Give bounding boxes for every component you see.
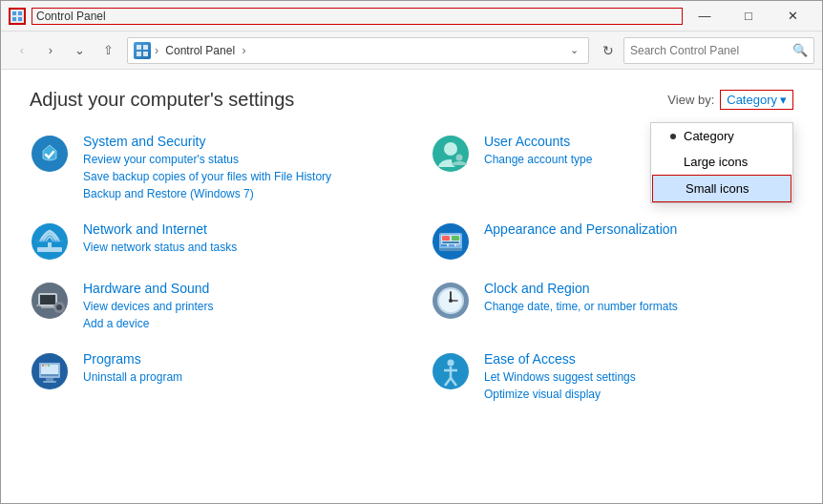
svg-rect-3 bbox=[18, 17, 22, 21]
clock-date-link[interactable]: Change date, time, or number formats bbox=[484, 298, 793, 315]
ease-of-access-icon bbox=[431, 351, 471, 391]
svg-rect-23 bbox=[439, 248, 462, 251]
svg-rect-24 bbox=[442, 236, 450, 241]
svg-rect-1 bbox=[18, 11, 22, 15]
system-review-link[interactable]: Review your computer's status bbox=[83, 151, 392, 168]
list-item: Network and Internet View network status… bbox=[30, 221, 392, 262]
svg-point-48 bbox=[48, 365, 50, 367]
list-item: System and Security Review your computer… bbox=[30, 134, 392, 202]
svg-point-50 bbox=[448, 360, 454, 367]
view-by-value: Category bbox=[727, 93, 777, 107]
hardware-devices-link[interactable]: View devices and printers bbox=[83, 298, 392, 315]
system-security-content: System and Security Review your computer… bbox=[83, 134, 392, 202]
system-security-title[interactable]: System and Security bbox=[83, 134, 392, 149]
hardware-add-link[interactable]: Add a device bbox=[83, 315, 392, 332]
address-icon bbox=[134, 42, 151, 59]
network-internet-title[interactable]: Network and Internet bbox=[83, 221, 392, 237]
svg-point-39 bbox=[449, 299, 453, 303]
dropdown-item-small-icons[interactable]: Small icons bbox=[652, 175, 791, 202]
ease-visual-link[interactable]: Optimize visual display bbox=[484, 386, 793, 403]
svg-point-47 bbox=[45, 365, 47, 367]
svg-point-12 bbox=[456, 155, 463, 161]
dropdown-item-category[interactable]: Category bbox=[651, 123, 792, 149]
back-button[interactable]: ‹ bbox=[9, 37, 35, 64]
svg-rect-6 bbox=[137, 52, 141, 56]
programs-title[interactable]: Programs bbox=[83, 351, 392, 367]
appearance-icon bbox=[431, 221, 471, 262]
view-by-arrow: ▾ bbox=[780, 93, 787, 107]
clock-region-title[interactable]: Clock and Region bbox=[484, 281, 793, 296]
address-path: › Control Panel › bbox=[155, 44, 561, 57]
system-backup-link[interactable]: Save backup copies of your files with Fi… bbox=[83, 168, 392, 185]
window-title: Control Panel bbox=[32, 8, 683, 25]
view-by-dropdown: Category Large icons Small icons bbox=[650, 122, 793, 203]
content-header: Adjust your computer's settings View by:… bbox=[30, 89, 793, 111]
svg-rect-16 bbox=[35, 240, 64, 242]
address-sep1: › bbox=[155, 44, 158, 57]
page-title: Adjust your computer's settings bbox=[30, 89, 294, 111]
address-bar: › Control Panel › ⌄ bbox=[127, 37, 589, 64]
svg-rect-44 bbox=[46, 378, 53, 381]
svg-rect-29 bbox=[40, 295, 55, 304]
view-by-control: View by: Category ▾ bbox=[667, 90, 793, 110]
hardware-sound-title[interactable]: Hardware and Sound bbox=[83, 281, 392, 296]
svg-rect-43 bbox=[41, 374, 58, 376]
maximize-button[interactable]: □ bbox=[727, 1, 770, 32]
programs-uninstall-link[interactable]: Uninstall a program bbox=[83, 368, 392, 386]
user-accounts-icon bbox=[431, 134, 471, 174]
svg-point-10 bbox=[444, 142, 457, 156]
programs-icon bbox=[30, 351, 70, 391]
svg-rect-5 bbox=[143, 45, 148, 50]
title-bar: Control Panel — □ ✕ bbox=[1, 1, 822, 32]
list-item: Clock and Region Change date, time, or n… bbox=[431, 281, 793, 332]
ease-of-access-content: Ease of Access Let Windows suggest setti… bbox=[484, 351, 793, 403]
svg-rect-45 bbox=[43, 381, 56, 383]
svg-rect-4 bbox=[137, 45, 141, 50]
list-item: Ease of Access Let Windows suggest setti… bbox=[431, 351, 793, 403]
view-by-label: View by: bbox=[667, 93, 714, 107]
system-security-icon bbox=[30, 134, 70, 174]
view-by-button[interactable]: Category ▾ bbox=[720, 90, 793, 110]
forward-button[interactable]: › bbox=[37, 37, 64, 64]
svg-rect-20 bbox=[441, 244, 447, 246]
hardware-sound-content: Hardware and Sound View devices and prin… bbox=[83, 281, 392, 332]
address-control-panel[interactable]: Control Panel bbox=[165, 44, 235, 57]
network-status-link[interactable]: View network status and tasks bbox=[83, 239, 392, 256]
search-input[interactable] bbox=[630, 44, 792, 57]
system-restore-link[interactable]: Backup and Restore (Windows 7) bbox=[83, 185, 392, 202]
address-sep2: › bbox=[242, 44, 245, 57]
svg-rect-7 bbox=[143, 52, 148, 56]
dropdown-large-icons-label: Large icons bbox=[684, 155, 748, 169]
svg-rect-25 bbox=[452, 236, 459, 241]
up-button[interactable]: ⇧ bbox=[95, 37, 121, 64]
nav-bar: ‹ › ⌄ ⇧ › Control Panel › ⌄ ↻ 🔍 bbox=[1, 32, 822, 70]
svg-point-31 bbox=[56, 304, 62, 310]
appearance-content: Appearance and Personalization bbox=[484, 221, 793, 239]
list-item: Programs Uninstall a program bbox=[30, 351, 392, 403]
svg-point-46 bbox=[42, 365, 44, 367]
appearance-title[interactable]: Appearance and Personalization bbox=[484, 221, 793, 237]
svg-rect-32 bbox=[36, 304, 40, 306]
dropdown-item-large-icons[interactable]: Large icons bbox=[651, 149, 792, 175]
recent-button[interactable]: ⌄ bbox=[66, 37, 93, 64]
list-item: Hardware and Sound View devices and prin… bbox=[30, 281, 392, 332]
search-button[interactable]: 🔍 bbox=[792, 43, 808, 57]
svg-rect-15 bbox=[48, 242, 52, 249]
address-dropdown-button[interactable]: ⌄ bbox=[565, 37, 582, 64]
ease-suggest-link[interactable]: Let Windows suggest settings bbox=[484, 368, 793, 386]
clock-region-icon bbox=[431, 281, 471, 321]
hardware-sound-icon bbox=[30, 281, 70, 321]
ease-of-access-title[interactable]: Ease of Access bbox=[484, 351, 793, 367]
control-panel-window: Control Panel — □ ✕ ‹ › ⌄ ⇧ › Control Pa… bbox=[0, 0, 823, 504]
dropdown-small-icons-label: Small icons bbox=[686, 181, 749, 196]
close-button[interactable]: ✕ bbox=[770, 1, 814, 32]
minimize-button[interactable]: — bbox=[683, 1, 727, 32]
app-icon bbox=[9, 8, 26, 25]
refresh-button[interactable]: ↻ bbox=[595, 37, 622, 64]
svg-rect-33 bbox=[41, 306, 54, 308]
network-internet-content: Network and Internet View network status… bbox=[83, 221, 392, 256]
list-item: Appearance and Personalization bbox=[431, 221, 793, 262]
svg-rect-26 bbox=[442, 242, 459, 243]
clock-region-content: Clock and Region Change date, time, or n… bbox=[484, 281, 793, 315]
svg-rect-0 bbox=[12, 11, 16, 15]
